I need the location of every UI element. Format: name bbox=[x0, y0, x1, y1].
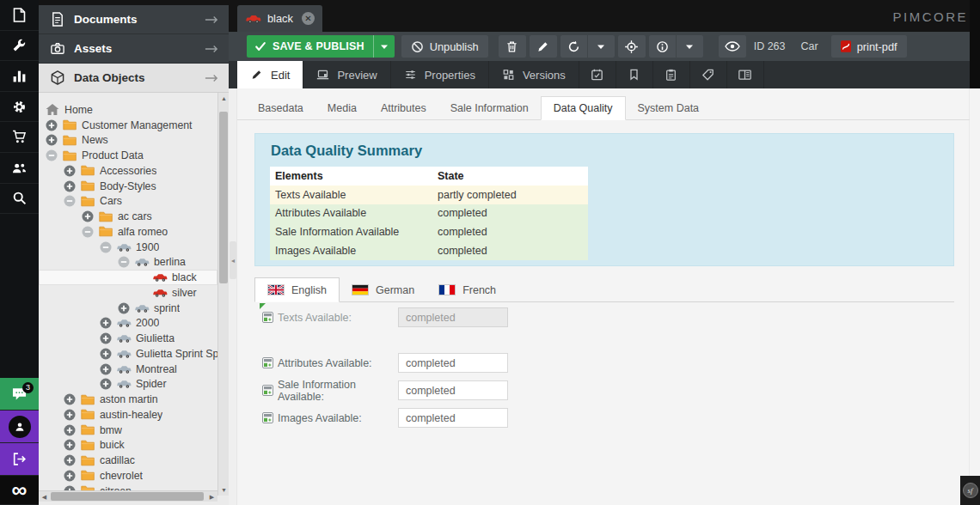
nav-wrench-button[interactable] bbox=[0, 31, 39, 62]
info-button[interactable] bbox=[649, 40, 676, 53]
info-caret-icon[interactable] bbox=[677, 45, 703, 49]
nav-users-button[interactable] bbox=[0, 153, 39, 184]
tree-node-gulietta-sprint-specia[interactable]: Gulietta Sprint Specia bbox=[39, 346, 217, 362]
tree-node-sprint[interactable]: sprint bbox=[39, 301, 217, 316]
rename-button[interactable] bbox=[530, 35, 557, 58]
expander-minus-icon[interactable] bbox=[64, 195, 76, 207]
expander-plus-icon[interactable] bbox=[100, 363, 112, 375]
tab-clipboard[interactable] bbox=[653, 61, 690, 88]
tree-node-accessories[interactable]: Accessories bbox=[39, 163, 217, 179]
delete-button[interactable] bbox=[499, 35, 526, 58]
nav-user-button[interactable] bbox=[0, 411, 39, 443]
reload-caret-icon[interactable] bbox=[588, 45, 615, 49]
horizontal-scroll-thumb[interactable] bbox=[51, 492, 204, 501]
unpublish-button[interactable]: Unpublish bbox=[401, 35, 488, 58]
sale-information-available-input[interactable] bbox=[398, 380, 508, 400]
tree-node-montreal[interactable]: Montreal bbox=[39, 362, 217, 377]
tree-node-aston-martin[interactable]: aston martin bbox=[39, 392, 217, 407]
save-options-caret-icon[interactable] bbox=[374, 45, 395, 49]
tree-node-spider[interactable]: Spider bbox=[39, 377, 217, 392]
print-pdf-button[interactable]: print-pdf bbox=[831, 35, 907, 58]
expander-plus-icon[interactable] bbox=[64, 393, 76, 405]
locate-in-tree-button[interactable] bbox=[618, 35, 646, 58]
scroll-right-icon[interactable]: ▶ bbox=[206, 491, 217, 502]
expander-plus-icon[interactable] bbox=[46, 119, 58, 131]
expander-plus-icon[interactable] bbox=[100, 317, 112, 329]
tab-calendar[interactable] bbox=[579, 61, 616, 88]
tree-node-body-styles[interactable]: Body-Styles bbox=[39, 179, 217, 194]
tree-node-black[interactable]: black bbox=[39, 270, 217, 285]
expander-plus-icon[interactable] bbox=[64, 439, 76, 451]
tree-node-buick[interactable]: buick bbox=[39, 438, 217, 453]
nav-cart-button[interactable] bbox=[0, 122, 39, 153]
expander-plus-icon[interactable] bbox=[118, 302, 130, 314]
nav-file-button[interactable] bbox=[0, 0, 39, 31]
tab-properties[interactable]: Properties bbox=[391, 61, 489, 88]
nav-search-button[interactable] bbox=[0, 184, 39, 215]
language-tab-english[interactable]: English bbox=[254, 277, 340, 302]
expander-minus-icon[interactable] bbox=[118, 256, 130, 268]
expander-plus-icon[interactable] bbox=[64, 165, 76, 177]
expander-plus-icon[interactable] bbox=[64, 180, 76, 192]
save-publish-button[interactable]: SAVE & PUBLISH bbox=[247, 35, 395, 58]
subtab-basedata[interactable]: Basedata bbox=[246, 96, 315, 120]
expander-plus-icon[interactable] bbox=[64, 424, 76, 436]
panel-collapse-handle[interactable]: ◂ bbox=[230, 241, 236, 279]
tab-tag[interactable] bbox=[690, 61, 727, 88]
tree-node-product-data[interactable]: Product Data bbox=[39, 148, 217, 163]
tree-node-cadillac[interactable]: cadillac bbox=[39, 453, 217, 468]
expander-minus-icon[interactable] bbox=[100, 241, 112, 253]
subtab-system-data[interactable]: System Data bbox=[626, 96, 712, 120]
expander-minus-icon[interactable] bbox=[82, 226, 94, 238]
accordion-assets[interactable]: Assets bbox=[39, 34, 229, 64]
tree-node-silver[interactable]: silver bbox=[39, 285, 217, 301]
texts-available-input[interactable] bbox=[398, 307, 508, 327]
tree-node-ac-cars[interactable]: ac cars bbox=[39, 209, 217, 224]
tree-node-1900[interactable]: 1900 bbox=[39, 240, 217, 255]
nav-gear-button[interactable] bbox=[0, 92, 39, 123]
open-object-tab[interactable]: black ✕ bbox=[237, 5, 322, 32]
nav-pimcore-logo-button[interactable]: ∞ bbox=[0, 476, 39, 505]
subtab-media[interactable]: Media bbox=[315, 96, 369, 120]
tab-edit[interactable]: Edit bbox=[237, 61, 303, 88]
subtab-attributes[interactable]: Attributes bbox=[369, 96, 438, 120]
nav-chat-button[interactable]: 3 bbox=[0, 378, 39, 411]
tree-node-alfa-romeo[interactable]: alfa romeo bbox=[39, 224, 217, 240]
subtab-data-quality[interactable]: Data Quality bbox=[541, 96, 626, 120]
tree-node-austin-healey[interactable]: austin-healey bbox=[39, 407, 217, 423]
nav-stats-button[interactable] bbox=[0, 61, 39, 92]
tree-node-chevrolet[interactable]: chevrolet bbox=[39, 468, 217, 484]
expander-plus-icon[interactable] bbox=[64, 454, 76, 466]
scroll-down-icon[interactable]: ▼ bbox=[218, 484, 230, 496]
language-tab-german[interactable]: German bbox=[340, 277, 426, 302]
expander-plus-icon[interactable] bbox=[100, 332, 112, 344]
expander-plus-icon[interactable] bbox=[64, 409, 76, 421]
nav-logout-button[interactable] bbox=[0, 443, 39, 476]
tree-horizontal-scrollbar[interactable]: ◀ ▶ bbox=[39, 490, 217, 502]
accordion-data-objects[interactable]: Data Objects bbox=[39, 64, 229, 93]
expander-plus-icon[interactable] bbox=[82, 210, 94, 222]
tree-node-giulietta[interactable]: Giulietta bbox=[39, 331, 217, 346]
attributes-available-input[interactable] bbox=[398, 353, 508, 373]
open-preview-button[interactable] bbox=[719, 35, 746, 58]
tab-bookmark[interactable] bbox=[616, 61, 653, 88]
scroll-left-icon[interactable]: ◀ bbox=[39, 491, 50, 502]
subtab-sale-information[interactable]: Sale Information bbox=[438, 96, 541, 120]
tab-columns[interactable] bbox=[727, 61, 764, 88]
tab-versions[interactable]: Versions bbox=[489, 61, 579, 88]
expander-plus-icon[interactable] bbox=[64, 470, 76, 482]
tree-node-cars[interactable]: Cars bbox=[39, 194, 217, 210]
language-tab-french[interactable]: French bbox=[426, 277, 508, 302]
tree-splitter[interactable]: ◂ bbox=[229, 88, 237, 505]
expander-plus-icon[interactable] bbox=[100, 378, 112, 390]
tab-preview[interactable]: Preview bbox=[303, 61, 390, 88]
tree-node-customer-management[interactable]: Customer Management bbox=[39, 118, 217, 133]
symfony-toolbar-badge[interactable]: sf bbox=[960, 476, 980, 505]
tree-node-bmw[interactable]: bmw bbox=[39, 423, 217, 438]
accordion-documents[interactable]: Documents bbox=[39, 5, 229, 34]
tree-node-home[interactable]: Home bbox=[39, 102, 217, 118]
vertical-scroll-thumb[interactable] bbox=[219, 112, 228, 283]
close-tab-icon[interactable]: ✕ bbox=[302, 12, 315, 25]
tree-node-news[interactable]: News bbox=[39, 133, 217, 149]
expander-minus-icon[interactable] bbox=[46, 149, 58, 161]
